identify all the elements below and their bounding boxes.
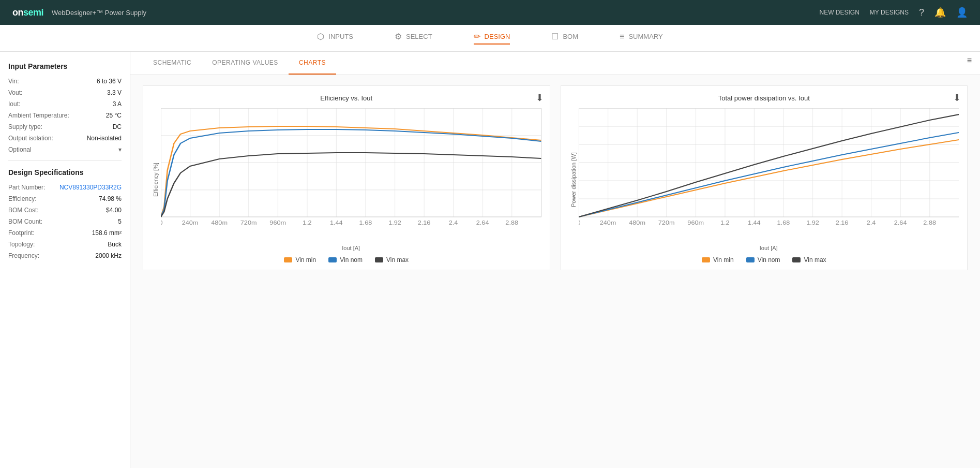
spec-freq-label: Frequency: <box>8 252 39 259</box>
spec-part-value[interactable]: NCV891330PD33R2G <box>59 184 122 191</box>
power-x-label: Iout [A] <box>579 245 959 251</box>
param-temp: Ambient Temperature: 25 °C <box>8 112 122 119</box>
svg-text:1.68: 1.68 <box>777 220 790 226</box>
top-nav: onsemi WebDesigner+™ Power Supply NEW DE… <box>0 0 980 25</box>
power-legend-vin-nom-label: Vin nom <box>758 256 780 264</box>
efficiency-chart-container: Efficiency vs. Iout ⬇ Efficiency [%] <box>143 85 550 270</box>
power-y-label: Power dissipation [W] <box>569 108 577 251</box>
spec-bom-cost: BOM Cost: $4.00 <box>8 207 122 214</box>
efficiency-chart-title: Efficiency vs. Iout <box>152 94 541 102</box>
power-chart-wrapper: Power dissipation [W] 0 1 <box>569 108 959 251</box>
step-design[interactable]: ✏ DESIGN <box>474 32 510 45</box>
user-icon[interactable]: 👤 <box>956 7 968 18</box>
svg-text:1.92: 1.92 <box>806 220 819 226</box>
chevron-down-icon: ▾ <box>118 146 122 153</box>
power-legend-vin-nom-color <box>746 257 755 262</box>
spec-frequency: Frequency: 2000 kHz <box>8 252 122 259</box>
step-inputs-label: INPUTS <box>328 33 353 40</box>
svg-text:1.44: 1.44 <box>748 220 761 226</box>
param-iout: Iout: 3 A <box>8 100 122 108</box>
power-chart-svg: 0 1 2 3 4 5 6 0 240m 480m 720m <box>579 108 959 243</box>
step-summary[interactable]: ≡ SUMMARY <box>620 32 663 45</box>
input-params-title: Input Parameters <box>8 62 122 70</box>
notification-icon[interactable]: 🔔 <box>934 7 946 18</box>
optional-row[interactable]: Optional ▾ <box>8 146 122 153</box>
param-vin-value: 6 to 36 V <box>97 78 122 85</box>
efficiency-x-label: Iout [A] <box>161 245 541 251</box>
spec-footprint-label: Footprint: <box>8 229 35 237</box>
svg-text:1.68: 1.68 <box>359 220 372 226</box>
spec-footprint: Footprint: 158.6 mm² <box>8 229 122 237</box>
design-specs-title: Design Specifications <box>8 168 122 177</box>
legend-vin-min-label: Vin min <box>295 256 316 264</box>
efficiency-chart-svg: 20 40 60 80 100 0 240m 480m 720m 960m 1.… <box>161 108 541 243</box>
svg-text:240m: 240m <box>599 220 616 226</box>
power-chart-title: Total power dissipation vs. Iout <box>569 94 959 102</box>
power-legend-vin-max: Vin max <box>792 256 826 264</box>
svg-text:720m: 720m <box>658 220 674 226</box>
step-bom[interactable]: ☐ BOM <box>551 32 578 45</box>
legend-vin-min-color <box>284 257 292 262</box>
svg-text:2.88: 2.88 <box>923 220 936 226</box>
efficiency-chart-wrapper: Efficiency [%] <box>152 108 541 251</box>
power-chart-container: Total power dissipation vs. Iout ⬇ Power… <box>561 85 968 270</box>
legend-vin-nom: Vin nom <box>328 256 363 264</box>
step-inputs[interactable]: ⬡ INPUTS <box>317 32 353 45</box>
svg-text:2.4: 2.4 <box>866 220 876 226</box>
nav-left: onsemi WebDesigner+™ Power Supply <box>12 7 146 18</box>
svg-text:480m: 480m <box>211 220 228 226</box>
help-icon[interactable]: ? <box>919 7 924 18</box>
param-temp-label: Ambient Temperature: <box>8 112 69 119</box>
spec-bom-count: BOM Count: 5 <box>8 218 122 225</box>
spec-topology: Topology: Buck <box>8 241 122 248</box>
spec-bom-count-value: 5 <box>118 218 122 225</box>
svg-text:1.2: 1.2 <box>720 220 729 226</box>
step-summary-label: SUMMARY <box>628 33 662 40</box>
tab-operating-values[interactable]: OPERATING VALUES <box>202 52 289 75</box>
tab-charts[interactable]: CHARTS <box>289 52 336 75</box>
svg-text:1.92: 1.92 <box>388 220 401 226</box>
svg-text:1.44: 1.44 <box>330 220 343 226</box>
power-legend-vin-min: Vin min <box>702 256 734 264</box>
sub-tabs: SCHEMATIC OPERATING VALUES CHARTS ≡ <box>130 52 980 75</box>
param-supply: Supply type: DC <box>8 123 122 130</box>
svg-text:0: 0 <box>161 220 163 226</box>
svg-text:240m: 240m <box>182 220 199 226</box>
legend-vin-nom-color <box>328 257 337 262</box>
param-vout: Vout: 3.3 V <box>8 89 122 96</box>
my-designs-link[interactable]: MY DESIGNS <box>870 9 909 16</box>
power-legend-vin-min-color <box>702 257 710 262</box>
bom-icon: ☐ <box>551 32 559 41</box>
legend-vin-max: Vin max <box>375 256 409 264</box>
efficiency-download-button[interactable]: ⬇ <box>536 92 544 104</box>
legend-vin-max-label: Vin max <box>386 256 409 264</box>
spec-footprint-value: 158.6 mm² <box>92 229 122 237</box>
spec-eff-value: 74.98 % <box>99 195 122 202</box>
svg-text:960m: 960m <box>687 220 704 226</box>
design-icon: ✏ <box>474 32 480 41</box>
step-select[interactable]: ⚙ SELECT <box>395 32 432 45</box>
legend-vin-min: Vin min <box>284 256 316 264</box>
optional-label: Optional <box>8 146 32 153</box>
efficiency-chart-inner: 20 40 60 80 100 0 240m 480m 720m 960m 1.… <box>161 108 541 251</box>
new-design-link[interactable]: NEW DESIGN <box>820 9 860 16</box>
spec-part-number: Part Number: NCV891330PD33R2G <box>8 184 122 191</box>
power-download-button[interactable]: ⬇ <box>953 92 961 104</box>
param-vout-value: 3.3 V <box>107 89 122 96</box>
charts-area: Efficiency vs. Iout ⬇ Efficiency [%] <box>130 75 980 281</box>
param-vin: Vin: 6 to 36 V <box>8 78 122 85</box>
svg-text:0: 0 <box>579 220 581 226</box>
svg-text:2.64: 2.64 <box>476 220 489 226</box>
tab-schematic[interactable]: SCHEMATIC <box>143 52 202 75</box>
efficiency-legend: Vin min Vin nom Vin max <box>152 256 541 264</box>
svg-text:720m: 720m <box>240 220 257 226</box>
power-chart-inner: 0 1 2 3 4 5 6 0 240m 480m 720m <box>579 108 959 251</box>
efficiency-y-label: Efficiency [%] <box>152 108 159 251</box>
svg-text:960m: 960m <box>269 220 286 226</box>
svg-text:2.4: 2.4 <box>449 220 458 226</box>
filter-icon[interactable]: ≡ <box>967 56 972 65</box>
select-icon: ⚙ <box>395 32 402 41</box>
summary-icon: ≡ <box>620 32 624 41</box>
inputs-icon: ⬡ <box>317 32 324 41</box>
legend-vin-nom-label: Vin nom <box>340 256 363 264</box>
